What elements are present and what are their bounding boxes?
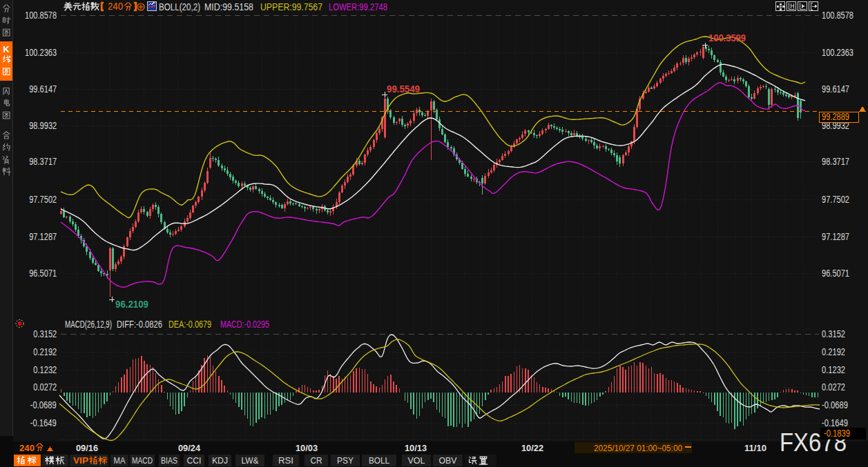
svg-text:100.2363: 100.2363 (822, 47, 853, 58)
svg-text:VOL: VOL (408, 456, 425, 466)
svg-text:96.5071: 96.5071 (29, 268, 57, 279)
svg-text:BOLL: BOLL (369, 456, 389, 466)
svg-text:0.1232: 0.1232 (33, 364, 57, 375)
svg-text:10/03: 10/03 (296, 443, 318, 453)
svg-text:MID:99.5158: MID:99.5158 (204, 1, 253, 12)
svg-text:VIP: VIP (73, 455, 88, 466)
svg-text:MACD:-0.0295: MACD:-0.0295 (220, 319, 269, 330)
svg-text:CCI: CCI (187, 456, 202, 466)
svg-text:96.2109: 96.2109 (115, 299, 148, 310)
svg-text:UPPER:99.7567: UPPER:99.7567 (260, 1, 322, 12)
svg-text:BOLL(20,2): BOLL(20,2) (159, 1, 200, 12)
svg-text:0.0272: 0.0272 (822, 381, 845, 393)
svg-text:-0.1649: -0.1649 (822, 417, 848, 428)
svg-text:DEA:-0.0679: DEA:-0.0679 (168, 319, 211, 330)
svg-text:09/24: 09/24 (178, 443, 201, 453)
svg-text:97.1287: 97.1287 (29, 231, 57, 242)
svg-text:98.9932: 98.9932 (29, 120, 57, 131)
svg-text:09/16: 09/16 (76, 443, 98, 453)
svg-text:KDJ: KDJ (212, 456, 228, 466)
svg-text:0.0272: 0.0272 (33, 381, 57, 393)
svg-text:LW&: LW& (242, 456, 259, 466)
svg-text:MACD(26,12,9): MACD(26,12,9) (65, 319, 112, 330)
svg-text:100.2363: 100.2363 (25, 47, 57, 58)
svg-text:0.1232: 0.1232 (822, 364, 845, 375)
svg-text:100.8578: 100.8578 (25, 10, 57, 21)
svg-text:-0.1649: -0.1649 (30, 417, 57, 428)
svg-text:-0.1839: -0.1839 (824, 428, 850, 439)
svg-text:99.6147: 99.6147 (29, 83, 57, 95)
svg-text:97.1287: 97.1287 (822, 231, 849, 242)
svg-text:CR: CR (311, 456, 322, 466)
svg-text:96.5071: 96.5071 (822, 268, 849, 279)
svg-text:100.3599: 100.3599 (708, 32, 746, 43)
svg-text:11/10: 11/10 (744, 443, 766, 453)
svg-text:2025/10/27 01:00~05:00: 2025/10/27 01:00~05:00 (594, 443, 682, 453)
svg-text:240: 240 (19, 443, 35, 453)
svg-text:-0.0689: -0.0689 (30, 399, 57, 410)
svg-text:240: 240 (108, 1, 123, 12)
svg-text:RSI: RSI (278, 456, 293, 466)
svg-text:MA: MA (114, 456, 126, 466)
svg-text:0.3152: 0.3152 (33, 328, 57, 339)
svg-text:97.7502: 97.7502 (822, 194, 849, 205)
svg-text:OBV: OBV (439, 456, 457, 466)
svg-text:0.2192: 0.2192 (33, 346, 57, 357)
svg-text:98.3717: 98.3717 (822, 156, 849, 167)
svg-text:99.5549: 99.5549 (387, 83, 420, 95)
svg-text:10/13: 10/13 (405, 443, 427, 453)
svg-text:98.3717: 98.3717 (29, 156, 57, 167)
svg-text:-0.0689: -0.0689 (822, 399, 848, 410)
svg-text:MACD: MACD (132, 456, 153, 466)
svg-text:PSY: PSY (337, 456, 354, 466)
svg-text:DIFF:-0.0826: DIFF:-0.0826 (117, 319, 162, 330)
svg-text:LOWER:99.2748: LOWER:99.2748 (329, 1, 387, 12)
svg-text:99.2889: 99.2889 (822, 111, 849, 122)
svg-text:0.3152: 0.3152 (822, 328, 845, 339)
svg-text:K: K (3, 44, 10, 54)
svg-text:0.2192: 0.2192 (822, 346, 845, 357)
svg-text:97.7502: 97.7502 (29, 194, 57, 205)
svg-text:BIAS: BIAS (161, 456, 177, 466)
svg-text:10/22: 10/22 (521, 443, 543, 453)
svg-text:100.8578: 100.8578 (822, 10, 853, 21)
svg-text:99.6147: 99.6147 (822, 83, 849, 95)
